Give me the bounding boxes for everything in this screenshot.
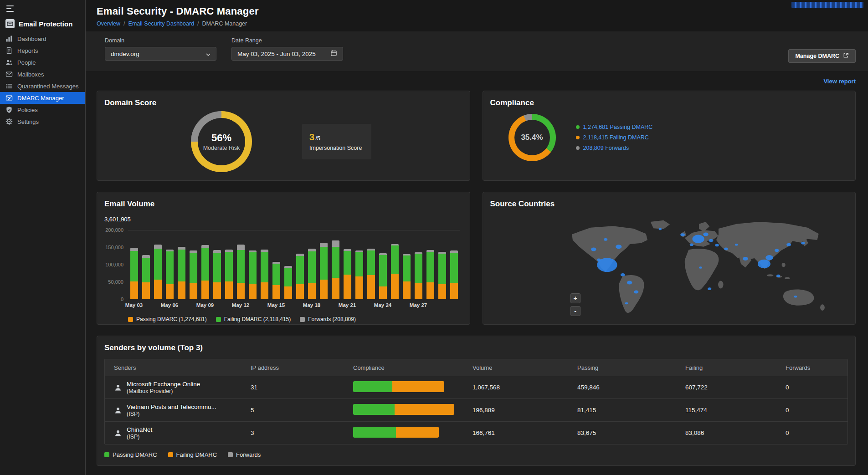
date-range-filter: Date Range May 03, 2025 - Jun 03, 2025 (231, 37, 343, 61)
sender-ip: 3 (241, 429, 344, 436)
x-axis-label (282, 302, 294, 308)
sidebar-item-settings[interactable]: Settings (0, 116, 85, 128)
volume-bar[interactable] (258, 250, 270, 299)
volume-bar[interactable] (365, 249, 377, 299)
email-volume-legend-item[interactable]: Failing DMARC (2,118,415) (216, 316, 291, 322)
sidebar-item-mailboxes[interactable]: Mailboxes (0, 68, 85, 80)
sender-forwards: 0 (776, 384, 847, 391)
x-axis-label: May 21 (341, 302, 353, 308)
volume-bar[interactable] (140, 255, 152, 299)
sender-compliance-cell (344, 427, 463, 439)
volume-bar[interactable] (294, 254, 306, 299)
volume-bar[interactable] (235, 245, 247, 299)
sidebar-item-dmarc-manager[interactable]: DMARC Manager (0, 92, 85, 104)
table-row[interactable]: Vietnam Posts and Telecommu...(ISP)5196,… (105, 398, 847, 421)
country-volume-bubble[interactable] (758, 260, 770, 268)
country-volume-bubble[interactable] (692, 235, 704, 243)
person-icon (114, 429, 122, 437)
volume-bar[interactable] (353, 250, 365, 299)
country-volume-bubble[interactable] (743, 257, 748, 260)
app-root: Email Protection DashboardReportsPeopleM… (0, 0, 868, 475)
legend-swatch (168, 452, 173, 457)
menu-toggle-button[interactable] (0, 0, 18, 14)
compliance-legend-item[interactable]: 2,118,415 Failing DMARC (576, 134, 653, 141)
x-axis-label: May 15 (270, 302, 282, 308)
volume-bar[interactable] (424, 250, 436, 299)
table-row[interactable]: Microsoft Exchange Online(Mailbox Provid… (105, 376, 847, 398)
country-volume-bubble[interactable] (680, 233, 685, 236)
country-volume-bubble[interactable] (603, 238, 607, 241)
volume-bar[interactable] (341, 249, 353, 299)
volume-bar[interactable] (448, 250, 460, 299)
sidebar-item-label: Reports (17, 47, 38, 54)
domain-filter: Domain dmdev.org (105, 37, 216, 61)
country-volume-bubble[interactable] (634, 291, 638, 294)
country-volume-bubble[interactable] (709, 239, 713, 242)
volume-bar[interactable] (187, 250, 199, 299)
country-volume-bubble[interactable] (597, 258, 601, 261)
volume-bar[interactable] (199, 245, 211, 299)
volume-bar[interactable] (270, 262, 282, 299)
country-volume-bubble[interactable] (708, 287, 711, 290)
table-row[interactable]: ChinaNet(ISP)3166,76183,67583,0860 (105, 421, 847, 444)
map-zoom-in-button[interactable]: + (570, 293, 580, 303)
sidebar-item-people[interactable]: People (0, 56, 85, 68)
volume-bar[interactable] (282, 266, 294, 299)
volume-bar[interactable] (164, 250, 175, 299)
date-range-input[interactable]: May 03, 2025 - Jun 03, 2025 (231, 47, 343, 61)
country-volume-bubble[interactable] (765, 255, 773, 260)
volume-bar[interactable] (247, 250, 258, 299)
volume-bar[interactable] (377, 253, 389, 299)
compliance-legend-item[interactable]: 1,274,681 Passing DMARC (576, 124, 653, 130)
volume-bar[interactable] (211, 250, 223, 299)
sidebar-item-policies[interactable]: Policies (0, 104, 85, 116)
country-volume-bubble[interactable] (774, 249, 779, 252)
brand-label: Email Protection (19, 20, 72, 28)
volume-bar[interactable] (128, 248, 140, 299)
x-axis-label: May 06 (164, 302, 175, 308)
email-volume-legend-item[interactable]: Passing DMARC (1,274,681) (128, 316, 207, 322)
view-report-link[interactable]: View report (823, 78, 856, 85)
volume-bar[interactable] (401, 254, 412, 299)
country-volume-bubble[interactable] (658, 228, 662, 230)
sidebar-item-reports[interactable]: Reports (0, 45, 85, 56)
breadcrumb-link[interactable]: Overview (97, 20, 120, 27)
country-volume-bubble[interactable] (801, 242, 805, 245)
brand: Email Protection (0, 14, 85, 33)
country-volume-bubble[interactable] (625, 302, 628, 305)
breadcrumb-link[interactable]: Email Security Dashboard (128, 20, 195, 27)
manage-dmarc-button[interactable]: Manage DMARC (788, 49, 856, 63)
map-zoom-out-button[interactable]: - (570, 306, 580, 316)
volume-bar[interactable] (223, 250, 235, 299)
email-volume-legend-item[interactable]: Forwards (208,809) (300, 316, 356, 322)
country-volume-bubble[interactable] (734, 244, 738, 246)
sidebar-item-dashboard[interactable]: Dashboard (0, 33, 85, 45)
volume-bar[interactable] (175, 247, 187, 299)
sidebar: Email Protection DashboardReportsPeopleM… (0, 0, 86, 475)
volume-bar[interactable] (152, 245, 164, 299)
email-volume-chart: 050,000100,000150,000200,000 May 03May 0… (104, 230, 462, 308)
country-volume-bubble[interactable] (616, 245, 621, 249)
country-volume-bubble[interactable] (794, 296, 797, 298)
country-volume-bubble[interactable] (591, 248, 596, 251)
country-volume-bubble[interactable] (627, 281, 632, 284)
y-axis: 050,000100,000150,000200,000 (104, 230, 128, 299)
country-volume-bubble[interactable] (689, 243, 693, 246)
country-volume-bubble[interactable] (724, 248, 728, 250)
volume-bar[interactable] (318, 243, 329, 299)
volume-bar[interactable] (329, 240, 341, 299)
world-map[interactable]: + - (490, 210, 848, 320)
volume-bar[interactable] (389, 244, 401, 299)
country-volume-bubble[interactable] (776, 275, 780, 277)
sidebar-item-quarantined-messages[interactable]: Quarantined Messages (0, 80, 85, 92)
volume-bar[interactable] (306, 249, 318, 299)
country-volume-bubble[interactable] (699, 266, 702, 269)
volume-bar[interactable] (436, 252, 448, 299)
country-volume-bubble[interactable] (620, 273, 625, 276)
compliance-legend-item[interactable]: 208,809 Forwards (576, 145, 653, 151)
country-volume-bubble[interactable] (786, 243, 791, 246)
domain-select[interactable]: dmdev.org (105, 47, 216, 61)
country-volume-bubble[interactable] (703, 232, 708, 236)
country-volume-bubble[interactable] (715, 244, 719, 247)
volume-bar[interactable] (412, 252, 424, 299)
